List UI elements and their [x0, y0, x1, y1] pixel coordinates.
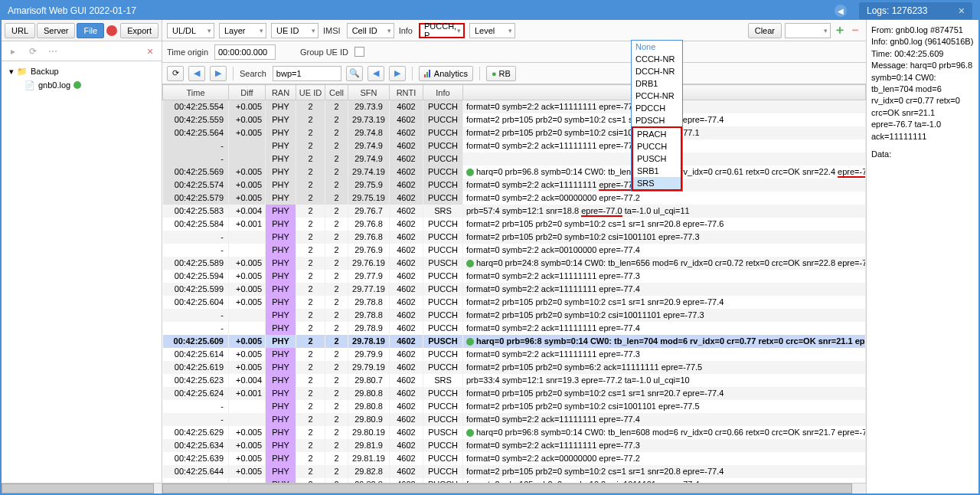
refresh-icon[interactable]: ⟳	[167, 66, 184, 81]
info-dropdown[interactable]: NoneCCCH-NRDCCH-NRDRB1PCCH-NRPDCCHPDSCHP…	[631, 40, 683, 192]
table-row[interactable]: 00:42:25.569+0.005PHY2229.74.194602PUCCH…	[163, 166, 866, 179]
collapse-sidebar-icon[interactable]: ◀	[835, 5, 847, 17]
details-panel: From: gnb0.log #874751 Info: gnb0.log (9…	[867, 20, 978, 493]
log-table-wrap[interactable]: TimeDiffRANUE IDCellSFNRNTIInfoMessage 0…	[162, 84, 866, 483]
group-ueid-checkbox[interactable]	[354, 47, 364, 57]
clear-button[interactable]: Clear	[748, 23, 782, 38]
status-ok-icon	[466, 429, 474, 437]
group-ueid-label: Group UE ID	[300, 48, 348, 57]
sidebar-icon-row: ▸ ⟳ ⋯ ×	[2, 41, 162, 61]
ellipsis-icon[interactable]: ⋯	[46, 44, 60, 58]
table-row[interactable]: -PHY2229.82.84602PUCCHformat=2 prb=105 p…	[163, 478, 866, 484]
table-row[interactable]: 00:42:25.623+0.004PHY2229.80.74602SRSprb…	[163, 374, 866, 387]
server-button[interactable]: Server	[37, 23, 75, 38]
table-row[interactable]: 00:42:25.589+0.005PHY2229.76.194602PUSCH…	[163, 257, 866, 270]
dropdown-item[interactable]: PUSCH	[633, 152, 681, 165]
minus-icon[interactable]: －	[849, 22, 861, 38]
table-row[interactable]: -PHY2229.78.84602PUCCHformat=2 prb=105 p…	[163, 309, 866, 322]
col-info[interactable]: Info	[423, 85, 463, 100]
center-scrollbar[interactable]	[162, 483, 866, 493]
table-row[interactable]: 00:42:25.634+0.005PHY2229.81.94602PUCCHf…	[163, 439, 866, 452]
tree-item-backup[interactable]: ▾ Backup	[6, 64, 157, 78]
file-tree: ▾ Backup gnb0.log	[2, 61, 162, 95]
table-row[interactable]: 00:42:25.644+0.005PHY2229.82.84602PUCCHf…	[163, 465, 866, 478]
dropdown-item[interactable]: SRB1	[633, 165, 681, 177]
search-next-icon[interactable]: ▶	[389, 66, 406, 81]
close-icon[interactable]: ×	[143, 44, 157, 58]
dropdown-item[interactable]: DCCH-NR	[632, 65, 682, 77]
close-tab-icon[interactable]: ×	[959, 5, 965, 17]
clear-combo[interactable]	[785, 23, 831, 38]
table-row[interactable]: 00:42:25.624+0.001PHY2229.80.84602PUCCHf…	[163, 387, 866, 400]
search-prev-icon[interactable]: ◀	[368, 66, 384, 81]
table-row[interactable]: 00:42:25.604+0.005PHY2229.78.84602PUCCHf…	[163, 296, 866, 309]
plus-icon[interactable]: ＋	[834, 22, 846, 38]
status-ok-icon	[466, 260, 474, 267]
table-row[interactable]: -PHY2229.80.84602PUCCHformat=2 prb=105 p…	[163, 400, 866, 413]
status-ok-icon	[466, 338, 474, 346]
table-row[interactable]: 00:42:25.579+0.005PHY2229.75.194602PUCCH…	[163, 192, 866, 205]
dropdown-item[interactable]: PDSCH	[632, 114, 682, 126]
table-row[interactable]: 00:42:25.629+0.005PHY2229.80.194602PUSCH…	[163, 426, 866, 439]
app-title: Amarisoft Web GUI 2022-01-17	[8, 5, 136, 16]
time-origin-input[interactable]	[214, 44, 276, 60]
uldl-combo[interactable]: UL/DL	[167, 23, 214, 38]
table-row[interactable]: -PHY2229.76.84602PUCCHformat=2 prb=105 p…	[163, 231, 866, 244]
tree-toggle-icon[interactable]: ▾	[9, 67, 14, 77]
dropdown-item[interactable]: PUCCH	[633, 140, 681, 152]
dropdown-item[interactable]: PRACH	[633, 128, 681, 140]
alert-icon[interactable]	[106, 24, 117, 38]
table-row[interactable]: -PHY2229.78.94602PUCCHformat=0 symb=2:2 …	[163, 322, 866, 335]
dropdown-item[interactable]: PCCH-NR	[632, 90, 682, 102]
table-row[interactable]: -PHY2229.76.94602PUCCHformat=0 symb=2:2 …	[163, 244, 866, 257]
table-row[interactable]: 00:42:25.619+0.005PHY2229.79.194602PUCCH…	[163, 361, 866, 374]
analytics-button[interactable]: Analytics	[419, 66, 473, 81]
refresh-icon[interactable]: ⟳	[26, 44, 40, 58]
dropdown-item[interactable]: None	[632, 41, 682, 53]
table-row[interactable]: 00:42:25.554+0.005PHY2229.73.94602PUCCHf…	[163, 100, 866, 113]
table-row[interactable]: 00:42:25.584+0.001PHY2229.76.84602PUCCHf…	[163, 218, 866, 231]
ueid-combo[interactable]: UE ID	[271, 23, 318, 38]
table-row[interactable]: 00:42:25.559+0.005PHY2229.73.194602PUCCH…	[163, 113, 866, 126]
layer-combo[interactable]: Layer	[219, 23, 266, 38]
table-row[interactable]: 00:42:25.609+0.005PHY2229.78.194602PUSCH…	[163, 335, 866, 348]
table-row[interactable]: 00:42:25.614+0.005PHY2229.79.94602PUCCHf…	[163, 348, 866, 361]
tab-logs[interactable]: Logs: 1276233 ×	[859, 2, 972, 19]
next-icon[interactable]: ▶	[210, 66, 227, 81]
file-button[interactable]: File	[77, 23, 104, 38]
tree-item-gnb0[interactable]: gnb0.log	[6, 78, 157, 92]
table-row[interactable]: 00:42:25.594+0.005PHY2229.77.94602PUCCHf…	[163, 270, 866, 283]
col-ue-id[interactable]: UE ID	[296, 85, 325, 100]
dropdown-item[interactable]: SRS	[633, 177, 681, 189]
table-row[interactable]: 00:42:25.639+0.005PHY2229.81.194602PUCCH…	[163, 452, 866, 465]
binoculars-icon[interactable]: 🔍	[346, 66, 363, 81]
dropdown-item[interactable]: CCCH-NR	[632, 53, 682, 65]
table-row[interactable]: 00:42:25.583+0.004PHY2229.76.74602SRSprb…	[163, 205, 866, 218]
info-combo[interactable]: PUCCH, P	[419, 23, 465, 38]
table-row[interactable]: -PHY2229.80.94602PUCCHformat=0 symb=2:2 …	[163, 413, 866, 426]
prev-icon[interactable]: ◀	[188, 66, 205, 81]
cellid-combo[interactable]: Cell ID	[347, 23, 394, 38]
col-ran[interactable]: RAN	[266, 85, 296, 100]
table-row[interactable]: 00:42:25.599+0.005PHY2229.77.194602PUCCH…	[163, 283, 866, 296]
export-button[interactable]: Export	[120, 23, 158, 38]
dropdown-item[interactable]: DRB1	[632, 77, 682, 90]
tree-expand-icon[interactable]: ▸	[6, 44, 20, 58]
check-icon	[74, 81, 81, 89]
table-row[interactable]: -PHY2229.74.94602PUCCH	[163, 152, 866, 166]
col-cell[interactable]: Cell	[325, 85, 348, 100]
table-row[interactable]: -PHY2229.74.94602PUCCHformat=0 symb=2:2 …	[163, 139, 866, 152]
table-row[interactable]: 00:42:25.564+0.005PHY2229.74.84602PUCCHf…	[163, 126, 866, 139]
sidebar-toolbar: URL Server File Export	[2, 20, 162, 41]
col-time[interactable]: Time	[163, 85, 229, 100]
col-sfn[interactable]: SFN	[348, 85, 390, 100]
url-button[interactable]: URL	[5, 23, 35, 38]
search-input[interactable]	[273, 66, 341, 81]
col-diff[interactable]: Diff	[229, 85, 266, 100]
sidebar-scrollbar[interactable]	[2, 483, 162, 493]
col-rnti[interactable]: RNTI	[390, 85, 423, 100]
dropdown-item[interactable]: PDCCH	[632, 102, 682, 114]
rb-button[interactable]: ●RB	[486, 66, 516, 81]
level-combo[interactable]: Level	[469, 23, 515, 38]
table-row[interactable]: 00:42:25.574+0.005PHY2229.75.94602PUCCHf…	[163, 179, 866, 192]
